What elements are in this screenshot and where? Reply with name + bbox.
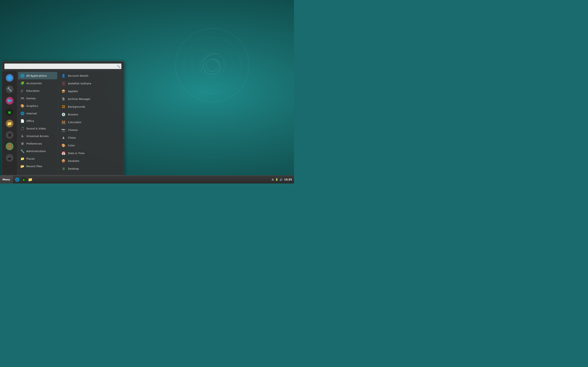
network-icon: 🖧: [272, 178, 274, 181]
app-chess[interactable]: ♟ Chess: [58, 134, 124, 142]
app-calculator[interactable]: 🧮 Calculator: [58, 118, 124, 126]
app-aisleriot[interactable]: 🃏 AisleRiot Solitaire: [58, 80, 124, 87]
category-places-label: Places: [26, 157, 35, 160]
app-desktop[interactable]: 🖥 Desktop: [58, 165, 124, 173]
app-chess-label: Chess: [68, 136, 76, 139]
app-cheese-label: Cheese: [68, 128, 78, 132]
sidebar-icon-terminal[interactable]: ▣: [4, 107, 15, 117]
category-graphics[interactable]: 🎨 Graphics: [18, 102, 57, 109]
category-games-label: Games: [26, 97, 35, 100]
places-icon: 📁: [20, 156, 25, 161]
menu-button[interactable]: Menu: [0, 175, 13, 184]
category-education[interactable]: 🎓 Education: [18, 87, 57, 94]
chess-icon: ♟: [61, 135, 66, 140]
taskbar-globe-icon[interactable]: 🌐: [14, 177, 20, 183]
category-office[interactable]: 📄 Office: [18, 117, 57, 125]
terminal-icon: ▣: [6, 108, 13, 116]
category-recent-files[interactable]: 📂 Recent Files: [18, 162, 57, 170]
category-internet[interactable]: 🌐 Internet: [18, 110, 57, 117]
search-input-wrap: 🔍: [4, 63, 121, 69]
search-icon[interactable]: 🔍: [117, 65, 120, 68]
app-desktop-label: Desktop: [68, 167, 79, 170]
taskbar-folder-icon[interactable]: 📁: [27, 177, 33, 183]
games-icon: 🎮: [20, 96, 25, 100]
category-all-applications[interactable]: 🌐 All Applications: [18, 72, 57, 79]
category-accessories[interactable]: 🧩 Accessories: [18, 80, 57, 87]
category-preferences-label: Preferences: [26, 142, 42, 145]
volume-icon: 🔊: [279, 178, 283, 181]
app-archive-label: Archive Manager: [68, 98, 90, 100]
sidebar-icon-globe[interactable]: 🌐: [4, 73, 15, 83]
app-backgrounds[interactable]: 🖼 Backgrounds: [58, 103, 124, 110]
sidebar-icon-folder[interactable]: 📁: [4, 118, 15, 129]
menu-body: 🌐 🔧 🐦 ▣ 📁 🖥 🚪: [2, 71, 124, 175]
aisleriot-icon: 🃏: [61, 81, 66, 86]
category-universal-access[interactable]: ♿ Universal Access: [18, 132, 57, 140]
app-brasero-label: Brasero: [68, 113, 78, 116]
sidebar-icon-tools[interactable]: 🔧: [4, 84, 15, 95]
search-input[interactable]: [4, 63, 121, 69]
category-all-label: All Applications: [26, 74, 47, 77]
device-icon: 📱: [6, 154, 13, 162]
category-administration-label: Administration: [26, 150, 46, 153]
category-sound-video-label: Sound & Video: [26, 127, 46, 130]
graphics-icon: 🎨: [20, 104, 25, 108]
app-brasero[interactable]: 💿 Brasero: [58, 110, 124, 118]
bird-icon: 🐦: [6, 97, 13, 105]
category-preferences[interactable]: ⚙ Preferences: [18, 140, 57, 147]
app-datetime-label: Date & Time: [68, 152, 85, 155]
menu-button-label: Menu: [2, 178, 10, 181]
app-account-details[interactable]: 👤 Account details: [58, 72, 124, 80]
sidebar-icon-logout[interactable]: 🚪: [4, 141, 15, 152]
clock: 15:35: [284, 178, 292, 181]
applets-icon: 📦: [61, 89, 66, 94]
archive-manager-icon: 🗜: [61, 96, 66, 101]
category-places[interactable]: 📁 Places: [18, 155, 57, 162]
desklets-icon: 📦: [61, 158, 66, 163]
app-color[interactable]: 🎨 Color: [58, 142, 124, 149]
office-icon: 📄: [20, 119, 25, 123]
color-icon: 🎨: [61, 143, 66, 148]
taskbar-items: 🌐 ▣ 📁: [13, 177, 269, 183]
sidebar-icon-monitor[interactable]: 🖥: [4, 130, 15, 140]
sidebar-icons: 🌐 🔧 🐦 ▣ 📁 🖥 🚪: [2, 71, 17, 175]
sidebar-icon-bird[interactable]: 🐦: [4, 95, 15, 106]
app-desklets-label: Desklets: [68, 159, 79, 162]
category-games[interactable]: 🎮 Games: [18, 95, 57, 102]
app-list: 👤 Account details 🃏 AisleRiot Solitaire …: [58, 71, 124, 175]
recent-files-icon: 📂: [20, 164, 25, 168]
desktop-icon: 🖥: [61, 166, 66, 171]
calculator-icon: 🧮: [61, 120, 66, 125]
monitor-icon: 🖥: [6, 131, 13, 139]
brasero-icon: 💿: [61, 112, 66, 117]
app-aisleriot-label: AisleRiot Solitaire: [68, 82, 91, 85]
battery-icon: 🔋: [275, 178, 278, 181]
app-archive-manager[interactable]: 🗜 Archive Manager: [58, 95, 124, 103]
sidebar-icon-device[interactable]: 📱: [4, 152, 15, 163]
taskbar-system-tray: 🖧 🔋 🔊: [272, 178, 283, 181]
category-recent-label: Recent Files: [26, 165, 42, 168]
app-color-label: Color: [68, 144, 75, 147]
app-applets-label: Applets: [68, 90, 78, 93]
app-cheese[interactable]: 📷 Cheese: [58, 126, 124, 134]
tools-icon: 🔧: [6, 85, 13, 93]
app-calculator-label: Calculator: [68, 121, 81, 124]
backgrounds-icon: 🖼: [61, 104, 66, 109]
app-account-label: Account details: [68, 74, 88, 77]
taskbar-right: 🖧 🔋 🔊 15:35: [269, 178, 294, 181]
category-internet-label: Internet: [26, 112, 37, 115]
category-sound-video[interactable]: 🎵 Sound & Video: [18, 125, 57, 132]
logout-icon: 🚪: [6, 142, 13, 150]
app-applets[interactable]: 📦 Applets: [58, 87, 124, 95]
globe-icon: 🌐: [6, 74, 13, 82]
taskbar-terminal-icon[interactable]: ▣: [21, 177, 26, 183]
internet-icon: 🌐: [20, 111, 25, 116]
category-administration[interactable]: 🔧 Administration: [18, 147, 57, 155]
folder-icon: 📁: [6, 120, 13, 127]
accessories-icon: 🧩: [20, 81, 25, 85]
app-desklets[interactable]: 📦 Desklets: [58, 157, 124, 165]
app-menu: 🔍 🌐 🔧 🐦 ▣ 📁: [2, 61, 124, 175]
debian-swirl: [172, 25, 253, 106]
app-datetime[interactable]: 📅 Date & Time: [58, 149, 124, 157]
taskbar: Menu 🌐 ▣ 📁 🖧 🔋 🔊 15:35: [0, 175, 294, 184]
